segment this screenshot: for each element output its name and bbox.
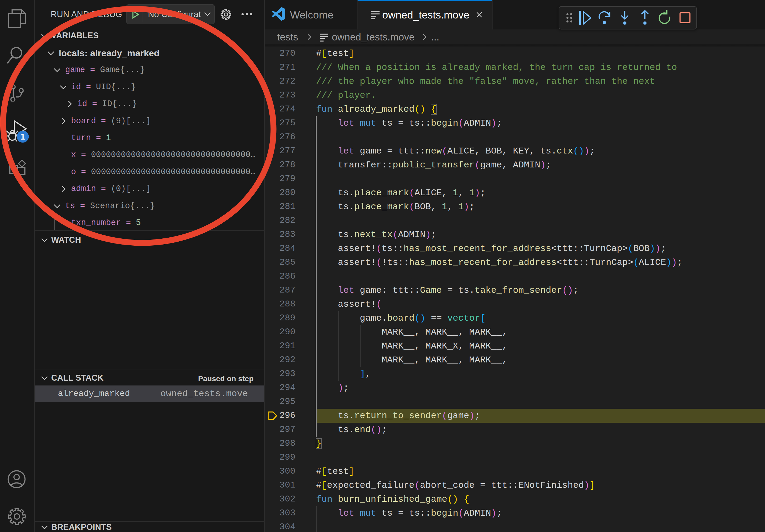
svg-text:1: 1 xyxy=(20,132,25,141)
